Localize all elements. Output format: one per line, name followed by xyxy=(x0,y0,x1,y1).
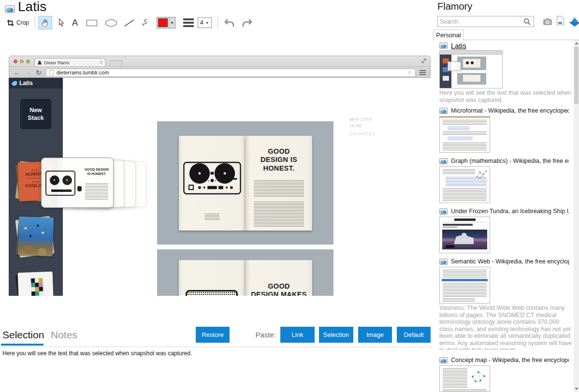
thumb-concept-map xyxy=(469,370,488,384)
scroll-down-arrow[interactable] xyxy=(574,386,579,392)
search-icon[interactable] xyxy=(523,18,531,26)
snapshot-note: Vastness: The World Wide Web contains ma… xyxy=(439,305,574,350)
book-page-left xyxy=(179,136,246,231)
crop-button[interactable]: Crop xyxy=(4,16,32,29)
close-circle-icon xyxy=(14,59,17,63)
tape-recorder-illustration xyxy=(183,154,242,196)
browser-menu-icon xyxy=(420,70,426,75)
snapshot-icon xyxy=(439,43,448,49)
text-tool-button[interactable]: A xyxy=(68,16,82,29)
snapshot-thumbnail[interactable] xyxy=(439,365,490,392)
ghost-card-title: GOOD DESIGN IS HONEST. xyxy=(83,168,110,176)
hand-icon xyxy=(41,18,49,28)
hand-tool-button[interactable] xyxy=(38,16,52,29)
ellipse-tool-button[interactable] xyxy=(105,19,117,27)
thumb-text xyxy=(443,189,487,201)
browser-chrome: Dieter Rams × ← → ↻ dieterrams.tumblr.co… xyxy=(9,56,431,78)
list-item-title[interactable]: Semantic Web - Wikipedia, the free encyc… xyxy=(439,258,569,265)
book-spread: GOOD DESIGN MAKES A PRODUCT USEFUL. xyxy=(179,260,312,296)
line-thickness-icon[interactable] xyxy=(183,18,194,27)
post-photo-useful: GOOD DESIGN MAKES A PRODUCT USEFUL. xyxy=(157,249,333,296)
new-stack-button: New Stack xyxy=(20,99,51,129)
ghost-card-front: GOOD DESIGN IS HONEST. xyxy=(41,158,114,208)
bookmark-star-icon: ☆ xyxy=(407,69,412,76)
flamory-logo-icon[interactable] xyxy=(569,17,579,27)
thumb-masthead xyxy=(454,218,476,221)
stack-card-front xyxy=(18,217,54,256)
list-item-title[interactable]: Concept map - Wikipedia, the free encycl… xyxy=(439,357,569,363)
panel-scrollbar[interactable] xyxy=(574,40,579,392)
paste-link-button[interactable]: Link xyxy=(280,327,315,343)
post-photo-honest: GOOD DESIGN IS HONEST. xyxy=(157,121,333,245)
thumb-headline xyxy=(443,224,473,226)
search-box[interactable] xyxy=(437,16,534,27)
select-tool-button[interactable] xyxy=(55,16,68,29)
paste-image-button[interactable]: Image xyxy=(358,327,392,343)
book-spread: GOOD DESIGN IS HONEST. xyxy=(179,136,312,231)
selection-text: Here you will see the text that was sele… xyxy=(2,350,192,357)
undo-button[interactable] xyxy=(221,16,238,29)
color-dropdown-arrow[interactable]: ▼ xyxy=(169,17,175,28)
ghost-text-block xyxy=(85,183,108,200)
list-item-title[interactable]: Latis xyxy=(439,42,569,50)
thumb-sidebar xyxy=(440,55,451,88)
thumb-accent xyxy=(440,116,490,118)
snapshot-thumbnail[interactable] xyxy=(439,116,490,153)
line-tool-button[interactable] xyxy=(121,16,138,29)
thickness-dropdown[interactable]: 4 ▼ xyxy=(198,17,212,28)
new-note-icon[interactable] xyxy=(557,16,564,25)
freehand-tool-button[interactable] xyxy=(138,16,153,29)
minimize-circle-icon xyxy=(20,59,24,63)
snapshot-thumbnail[interactable] xyxy=(439,166,490,203)
tab-notes[interactable]: Notes xyxy=(51,329,77,341)
post-notes-count: 100 NOTES xyxy=(349,131,375,137)
forward-icon: → xyxy=(25,69,31,76)
scroll-up-arrow[interactable] xyxy=(574,40,579,46)
snapshot-canvas[interactable]: Dieter Rams × ← → ↻ dieterrams.tumblr.co… xyxy=(9,56,431,296)
undo-icon xyxy=(224,18,235,28)
panel-title: Flamory xyxy=(437,1,472,12)
thumb-browser-bar xyxy=(440,51,502,55)
tab-favicon xyxy=(38,60,42,65)
tab-personal[interactable]: Personal xyxy=(434,29,463,40)
book-page-left xyxy=(179,260,246,296)
thumb-text xyxy=(443,169,475,175)
stack-card-front xyxy=(18,272,54,296)
new-stack-label: New Stack xyxy=(21,106,51,122)
redo-icon xyxy=(241,18,253,28)
checker-cabinet xyxy=(30,277,43,296)
scrollbar-thumb[interactable] xyxy=(574,47,579,104)
thumb-byline xyxy=(443,227,457,228)
snapshot-icon xyxy=(439,208,448,215)
snapshot-icon xyxy=(439,357,448,363)
crop-icon xyxy=(7,19,14,27)
snapshot-thumbnail[interactable] xyxy=(439,217,490,253)
snapshot-thumbnail[interactable] xyxy=(439,50,503,88)
new-tab-stub xyxy=(109,60,123,66)
thumb-photo xyxy=(457,57,486,70)
camera-icon[interactable] xyxy=(543,18,552,25)
rectangle-tool-button[interactable] xyxy=(87,20,97,26)
snapshot-icon xyxy=(439,108,448,114)
paste-default-button[interactable]: Default xyxy=(397,327,431,343)
reload-icon: ↻ xyxy=(36,69,42,76)
thickness-value: 4 xyxy=(200,19,203,26)
thumb-text xyxy=(443,270,487,277)
tab-selection[interactable]: Selection xyxy=(2,329,44,341)
thumb-highlight xyxy=(442,279,488,281)
color-swatch-red[interactable] xyxy=(158,18,168,27)
bottom-divider xyxy=(0,347,431,347)
list-item-title[interactable]: Under Frozen Tundra, an Icebreaking Ship… xyxy=(439,208,569,215)
thumb-rule xyxy=(443,222,487,222)
color-picker[interactable]: ▼ xyxy=(157,17,175,29)
line-icon xyxy=(124,19,135,27)
list-item-title[interactable]: Graph (mathematics) - Wikipedia, the fre… xyxy=(439,158,569,164)
paste-selection-button[interactable]: Selection xyxy=(319,327,353,343)
post-date: MAY 27TH 16:05 100 NOTES xyxy=(349,116,375,137)
play-button xyxy=(446,245,455,248)
search-input[interactable] xyxy=(440,17,517,26)
redo-button[interactable] xyxy=(238,16,256,29)
snapshot-thumbnail[interactable] xyxy=(439,267,490,304)
list-item-title[interactable]: Microformat - Wikipedia, the free encycl… xyxy=(439,107,569,114)
restore-button[interactable]: Restore xyxy=(196,327,230,343)
